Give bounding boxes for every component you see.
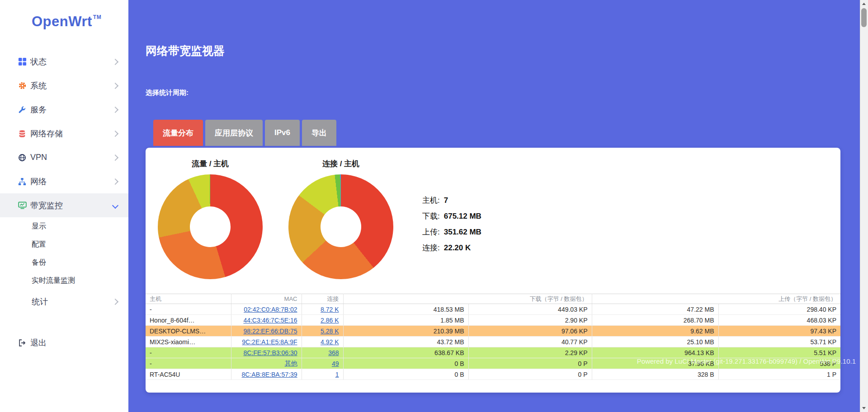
sidebar-item-vpn[interactable]: VPN	[0, 145, 128, 169]
globe-icon	[18, 153, 27, 162]
column-header[interactable]: 连接	[302, 294, 343, 304]
sidebar-item-label: 状态	[30, 56, 47, 67]
column-header[interactable]: MAC	[231, 294, 302, 304]
logo-tm: TM	[93, 14, 101, 20]
host-cell: -	[146, 347, 231, 358]
sidebar-item-label: 带宽监控	[30, 200, 63, 211]
mac-link[interactable]: 8C:FE:57:B3:06:30	[243, 349, 297, 356]
sidebar-item-network[interactable]: 网络	[0, 169, 128, 193]
summary-label: 连接:	[422, 243, 440, 253]
download-bytes-cell: 638.67 KB	[343, 347, 468, 358]
upload-packets-cell: 97.43 KP	[718, 326, 840, 337]
mac-link[interactable]: 其他	[285, 360, 297, 367]
sitemap-icon	[18, 177, 27, 186]
sidebar-item-services[interactable]: 服务	[0, 98, 128, 122]
sidebar-item-logout[interactable]: 退出	[0, 331, 128, 355]
mac-link[interactable]: 8C:AB:8E:BA:57:39	[242, 371, 297, 378]
triangle-up-icon	[862, 3, 866, 5]
tab-export[interactable]: 导出	[302, 120, 336, 146]
scrollbar-down-arrow[interactable]	[860, 404, 868, 412]
chevron-right-icon	[112, 58, 118, 65]
table-row: Honor_8-604f…44:C3:46:7C:5E:162.86 K1.85…	[146, 315, 840, 326]
mac-link[interactable]: 44:C3:46:7C:5E:16	[243, 317, 297, 324]
upload-packets-cell: 1 P	[718, 369, 840, 380]
sidebar-item-label: 网络	[30, 176, 47, 187]
column-header[interactable]: 上传（字节 / 数据包）	[592, 294, 840, 304]
chevron-right-icon	[112, 178, 118, 184]
openwrt-logo[interactable]: OpenWrtTM	[0, 0, 128, 30]
summary-value: 7	[444, 196, 448, 205]
sidebar-item-status[interactable]: 状态	[0, 50, 128, 74]
table-row: -02:42:C0:A8:7B:028.72 K418.53 MB449.03 …	[146, 304, 840, 315]
footer-credit: Powered by LuCI Master (git-19.271.33176…	[637, 357, 856, 365]
sidebar-subitem-backup[interactable]: 备份	[0, 253, 128, 272]
connections-link[interactable]: 5.28 K	[321, 328, 339, 335]
summary-value: 675.12 MB	[444, 212, 481, 221]
summary-row: 下载:675.12 MB	[422, 208, 481, 224]
connections-link[interactable]: 4.92 K	[321, 338, 339, 346]
mac-link-cell: 9C:2E:A1:E5:8A:9F	[231, 337, 302, 347]
connections-link[interactable]: 8.72 K	[321, 306, 339, 313]
connections-link[interactable]: 1	[335, 371, 339, 378]
sidebar-nav: 状态系统服务网络存储VPN网络带宽监控显示配置备份实时流量监测统计退出	[0, 50, 128, 355]
connections-link[interactable]: 368	[328, 349, 339, 356]
mac-link-cell: 8C:AB:8E:BA:57:39	[231, 369, 302, 380]
column-header[interactable]: 主机	[146, 294, 231, 304]
sidebar: OpenWrtTM 状态系统服务网络存储VPN网络带宽监控显示配置备份实时流量监…	[0, 0, 128, 412]
connections-link-cell: 2.86 K	[302, 315, 343, 326]
table-row: -8C:FE:57:B3:06:30368638.67 KB2.29 KP964…	[146, 347, 840, 358]
triangle-down-icon	[862, 407, 866, 409]
sidebar-item-bandwidth-monitor[interactable]: 带宽监控	[0, 193, 128, 217]
connections-link[interactable]: 49	[332, 360, 339, 367]
chevron-right-icon	[112, 298, 118, 304]
connections-link[interactable]: 2.86 K	[321, 317, 339, 324]
upload-bytes-cell: 268.70 MB	[592, 315, 718, 326]
download-packets-cell: 97.06 KP	[468, 326, 592, 337]
upload-packets-cell: 468.03 KP	[718, 315, 840, 326]
host-cell: DESKTOP-CLMS…	[146, 326, 231, 337]
period-select-label: 选择统计周期:	[146, 89, 868, 97]
sidebar-item-statistics[interactable]: 统计	[0, 290, 128, 314]
chevron-right-icon	[112, 130, 118, 136]
hosts-table-header-row: 主机MAC连接下载（字节 / 数据包）上传（字节 / 数据包）	[146, 294, 840, 304]
sidebar-item-label: 服务	[30, 104, 47, 115]
mac-link[interactable]: 02:42:C0:A8:7B:02	[244, 306, 297, 313]
mac-link[interactable]: 98:22:EF:66:DB:75	[243, 328, 297, 335]
host-cell: Honor_8-604f…	[146, 315, 231, 326]
upload-bytes-cell: 328 B	[592, 369, 718, 380]
table-row: DESKTOP-CLMS…98:22:EF:66:DB:755.28 K210.…	[146, 326, 840, 337]
sidebar-subitem-display[interactable]: 显示	[0, 217, 128, 235]
mac-link-cell: 02:42:C0:A8:7B:02	[231, 304, 302, 315]
mac-link[interactable]: 9C:2E:A1:E5:8A:9F	[242, 338, 297, 346]
host-cell: -	[146, 358, 231, 369]
database-icon	[18, 129, 27, 138]
sidebar-item-label: VPN	[30, 153, 47, 162]
sidebar-subitem-config[interactable]: 配置	[0, 235, 128, 253]
tab-ipv6[interactable]: IPv6	[265, 120, 300, 146]
mac-link-cell: 98:22:EF:66:DB:75	[231, 326, 302, 337]
sidebar-item-network-storage[interactable]: 网络存储	[0, 122, 128, 145]
download-packets-cell: 0 P	[468, 358, 592, 369]
gear-icon	[18, 81, 27, 90]
connections-link-cell: 5.28 K	[302, 326, 343, 337]
scrollbar-up-arrow[interactable]	[860, 0, 868, 8]
grid-icon	[18, 57, 27, 66]
hosts-table-body: -02:42:C0:A8:7B:028.72 K418.53 MB449.03 …	[146, 304, 840, 380]
upload-bytes-cell: 9.62 MB	[592, 326, 718, 337]
download-packets-cell: 449.03 KP	[468, 304, 592, 315]
summary-value: 351.62 MB	[444, 228, 481, 237]
scrollbar[interactable]	[860, 0, 868, 412]
mac-link-cell: 8C:FE:57:B3:06:30	[231, 347, 302, 358]
tab-traffic-distribution[interactable]: 流量分布	[153, 120, 203, 146]
sidebar-item-label: 网络存储	[30, 128, 63, 139]
column-header[interactable]: 下载（字节 / 数据包）	[343, 294, 592, 304]
monitor-chart-icon	[18, 201, 27, 210]
sidebar-item-label: 统计	[32, 296, 48, 307]
sidebar-subitem-realtime-traffic[interactable]: 实时流量监测	[0, 272, 128, 290]
download-bytes-cell: 1.85 MB	[343, 315, 468, 326]
sidebar-item-system[interactable]: 系统	[0, 74, 128, 98]
tab-app-protocols[interactable]: 应用层协议	[205, 120, 263, 146]
traffic-per-host-chart-title: 流量 / 主机	[158, 159, 263, 169]
download-bytes-cell: 0 B	[343, 358, 468, 369]
scrollbar-thumb[interactable]	[861, 8, 867, 27]
